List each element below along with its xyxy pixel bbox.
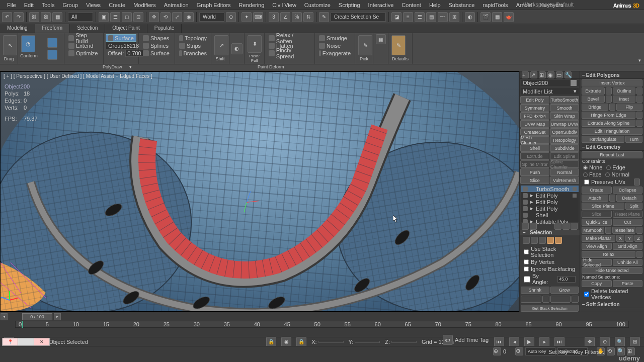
viewport-nav4[interactable]: ⊞	[630, 337, 640, 347]
outline-settings[interactable]	[636, 87, 642, 95]
exaggerate-button[interactable]: Exaggerate	[317, 49, 353, 57]
named-selection-set[interactable]: Create Selection Se	[331, 13, 386, 22]
timetag-icon[interactable]: 🏷	[443, 335, 453, 345]
flip-button[interactable]: Flip	[616, 104, 643, 111]
preserveuvs-checkbox[interactable]: Preserve UVs	[580, 178, 644, 186]
shrink-button[interactable]: Shrink	[521, 287, 549, 294]
group-field[interactable]: Group18218	[106, 42, 136, 49]
bevel-settings[interactable]	[606, 96, 612, 103]
editpolygons-header[interactable]: Edit Polygons	[580, 71, 644, 79]
goto-end-button[interactable]: ⏭	[554, 337, 565, 347]
hierarchy-tab-icon[interactable]: ⊞	[539, 71, 546, 78]
viewport-nav2[interactable]: ⊙	[600, 337, 610, 347]
ref-coord-system[interactable]: World	[199, 13, 224, 22]
schematic-button[interactable]: ⊞	[449, 12, 459, 22]
smooth-preset[interactable]: Smooth	[550, 104, 579, 112]
menu-edit[interactable]: Edit	[20, 1, 38, 9]
extalong-settings[interactable]	[636, 120, 642, 127]
ffd-preset[interactable]: FFD 4x4x4	[520, 112, 549, 120]
inset-button[interactable]: Inset	[613, 96, 636, 103]
polygon-level-button[interactable]	[547, 237, 554, 244]
ignoreback-checkbox[interactable]: Ignore Backfacing	[520, 265, 580, 273]
splines-button[interactable]: Splines	[141, 42, 173, 49]
conform-button[interactable]: ◔	[21, 35, 35, 52]
percent-snap-button[interactable]: %	[292, 12, 302, 22]
constraint-face[interactable]: Face	[583, 171, 601, 177]
volremesh-preset[interactable]: VolRemesh	[550, 176, 579, 184]
hidesel-button[interactable]: Hide Selected	[582, 259, 612, 266]
bind-button[interactable]: ▦	[52, 12, 62, 22]
softselection-header[interactable]: Soft Selection	[580, 301, 644, 308]
viewport[interactable]: [ + ] [ Perspective ] [ User Defined ] […	[0, 71, 519, 312]
turbosmooth-preset[interactable]: TurboSmooth	[550, 96, 579, 104]
msmooth-settings[interactable]	[605, 227, 611, 234]
border-level-button[interactable]	[539, 237, 546, 244]
shift-opt-button[interactable]: ◐	[231, 43, 243, 54]
meshcleaner-preset[interactable]: Mesh Cleaner	[520, 136, 549, 144]
ribbon-tab-populate[interactable]: Populate	[147, 24, 182, 33]
collapse-button[interactable]: Collapse	[613, 187, 643, 194]
snap-button[interactable]: 3	[269, 12, 279, 22]
stack-shell[interactable]: Shell	[521, 212, 579, 218]
menu-substance[interactable]: Substance	[445, 1, 479, 9]
retopo-preset[interactable]: Retopology	[550, 136, 579, 144]
extrude-settings[interactable]	[606, 87, 612, 95]
maxscript-mini-listener[interactable]: 📍 ✕	[2, 338, 50, 346]
key-mode-button[interactable]: ⊕	[493, 347, 501, 355]
stack-editpoly3[interactable]: ▸Edit Poly	[521, 205, 579, 212]
y-coord[interactable]	[355, 341, 380, 343]
current-frame-input[interactable]: 0	[503, 348, 513, 354]
lock-button[interactable]: 🔒	[266, 337, 276, 347]
align-button[interactable]: ≡	[403, 12, 413, 22]
menu-civilview[interactable]: Civil View	[268, 1, 300, 9]
smudge-button[interactable]: Smudge	[317, 34, 353, 42]
rotate-button[interactable]: ⟲	[160, 12, 171, 22]
extrude-preset[interactable]: Extrude	[520, 152, 549, 160]
prev-frame-button[interactable]: ◂	[1, 313, 8, 320]
unwrap-preset[interactable]: Unwrap UVW	[550, 120, 579, 128]
editgeometry-header[interactable]: Edit Geometry	[580, 143, 644, 151]
topology-button[interactable]: Topology	[177, 34, 209, 42]
next-frame-button[interactable]: ▸	[54, 313, 61, 320]
edit-named-sel-button[interactable]: ✎	[319, 12, 329, 22]
remove-mod-button[interactable]	[562, 223, 570, 230]
vertex-level-button[interactable]	[523, 237, 530, 244]
hideunsel-button[interactable]: Hide Unselected	[582, 267, 642, 274]
menu-scripting[interactable]: Scripting	[335, 1, 364, 9]
edittri-button[interactable]: Edit Triangulation	[582, 128, 642, 135]
motion-tab-icon[interactable]: ◉	[547, 71, 554, 78]
relax-button[interactable]: Relax / Soften	[267, 34, 312, 42]
bridge-settings[interactable]	[609, 104, 615, 111]
toggle-ribbon-button[interactable]: ▤	[426, 12, 436, 22]
slice-preset[interactable]: Slice	[520, 176, 549, 184]
insertvertex-button[interactable]: Insert Vertex	[582, 79, 642, 86]
menu-views[interactable]: Views	[82, 1, 105, 9]
use-center-button[interactable]: ⊙	[226, 12, 236, 22]
modify-tab-icon[interactable]: ↗	[530, 71, 537, 78]
make-unique-button[interactable]	[554, 223, 561, 230]
branches-button[interactable]: Branches	[177, 49, 209, 57]
skinwrap-preset[interactable]: Skin Wrap	[550, 112, 579, 120]
viewport-orbit-button[interactable]: ⟲	[607, 347, 615, 355]
byvertex-checkbox[interactable]: By Vertex	[520, 258, 580, 265]
shapes-button[interactable]: Shapes	[141, 34, 173, 42]
push-preset[interactable]: Push	[520, 168, 549, 176]
render-button[interactable]: 🫖	[504, 12, 514, 22]
menu-create[interactable]: Create	[105, 1, 129, 9]
utilities-tab-icon[interactable]: 🔧	[565, 71, 572, 78]
menu-interactive[interactable]: Interactive	[364, 1, 398, 9]
resetplane-button[interactable]: Reset Plane	[613, 211, 643, 218]
repeatlast-button[interactable]: Repeat Last	[582, 151, 642, 158]
viewport-label[interactable]: [ + ] [ Perspective ] [ User Defined ] […	[4, 73, 152, 79]
spinner-snap-button[interactable]: ⇅	[303, 12, 313, 22]
render-setup-button[interactable]: 🎬	[480, 12, 491, 22]
offset-field[interactable]: Offset:0.700	[106, 49, 136, 57]
shell-preset[interactable]: Shell	[520, 144, 549, 152]
menu-group[interactable]: Group	[58, 1, 82, 9]
viewport-nav3[interactable]: 🔍	[615, 337, 625, 347]
play-button[interactable]: ▶	[524, 337, 534, 347]
workspace-selector[interactable]: Workspaces: Default	[523, 2, 574, 8]
config-button[interactable]	[571, 223, 578, 230]
loop-button[interactable]	[550, 296, 571, 303]
msmooth-button[interactable]: MSmooth	[582, 227, 604, 234]
